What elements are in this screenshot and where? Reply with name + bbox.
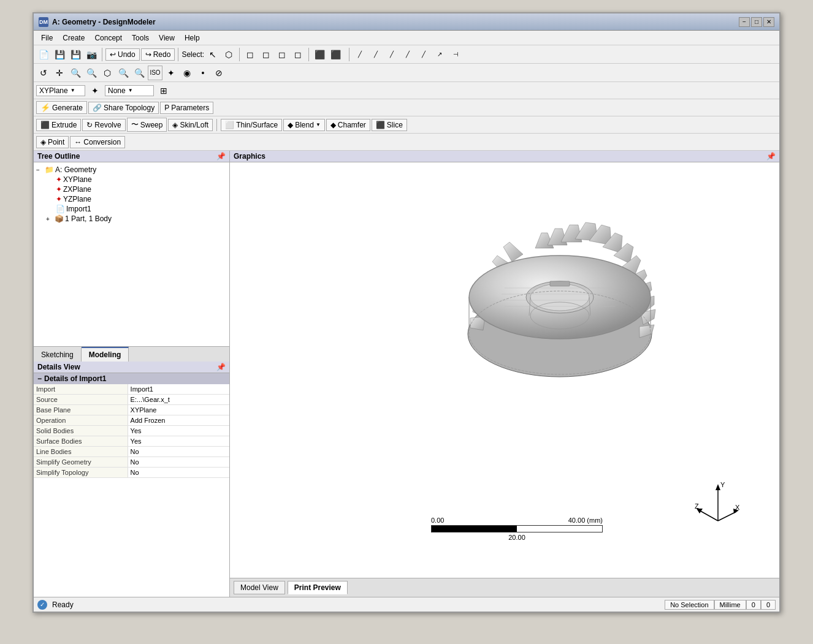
plane-dropdown[interactable]: XYPlane ▼: [36, 85, 85, 96]
detail-label-source: Source: [34, 395, 128, 405]
sweep-button[interactable]: 〜 Sweep: [127, 118, 167, 132]
conversion-button[interactable]: ↔ Conversion: [70, 136, 125, 148]
zoom-fit-button[interactable]: 🔍: [132, 66, 147, 80]
iso-view-button[interactable]: ISO: [148, 66, 162, 80]
expand-geometry-icon[interactable]: −: [36, 167, 44, 173]
look-at-button[interactable]: ✦: [164, 66, 178, 80]
chamfer-button[interactable]: ◆ Chamfer: [326, 119, 370, 131]
skinloft-button[interactable]: ◈ Skin/Loft: [168, 119, 213, 131]
display-mode[interactable]: ⬛: [312, 47, 327, 62]
status-bar: ✓ Ready No Selection Millime 0 0: [34, 597, 779, 612]
tab-modeling[interactable]: Modeling: [82, 347, 129, 362]
gear-3d-view: [413, 175, 719, 471]
zoom-box-button[interactable]: ⬡: [100, 66, 115, 80]
redo-button[interactable]: ↪ Redo: [141, 48, 175, 61]
generate-button[interactable]: ⚡ Generate: [36, 101, 87, 114]
new-plane-button[interactable]: ✦: [88, 83, 102, 98]
edge-mode-6[interactable]: ↗: [432, 47, 447, 62]
thin-surface-icon: ⬜: [225, 121, 234, 129]
tree-item-xyplane[interactable]: ✦ XYPlane: [36, 175, 227, 184]
edge-mode-4[interactable]: ╱: [400, 47, 415, 62]
new-sketch-button[interactable]: ⊞: [156, 83, 171, 98]
refresh-button[interactable]: ↺: [36, 66, 51, 80]
details-section-title: − Details of Import1: [34, 373, 229, 384]
close-button[interactable]: ✕: [763, 17, 774, 27]
extrude-icon: ⬛: [40, 121, 50, 129]
select-filter-1[interactable]: ◻: [243, 47, 258, 62]
menu-view[interactable]: View: [154, 32, 180, 44]
tree-item-1part[interactable]: + 📦 1 Part, 1 Body: [36, 214, 227, 224]
tree-item-geometry[interactable]: − 📁 A: Geometry: [36, 165, 227, 175]
edge-mode-1[interactable]: ╱: [353, 47, 367, 62]
cursor-button[interactable]: •: [196, 66, 210, 80]
thin-surface-button[interactable]: ⬜ Thin/Surface: [221, 119, 282, 131]
slice-button[interactable]: ⬛ Slice: [372, 119, 407, 131]
zoom-all-button[interactable]: 🔍: [116, 66, 131, 80]
coord-x-status: 0: [746, 600, 761, 610]
zoom-in-button[interactable]: 🔍: [68, 66, 83, 80]
details-pin-icon[interactable]: 📌: [216, 363, 226, 371]
menu-file[interactable]: File: [36, 32, 58, 44]
sketch-btn[interactable]: ⊘: [212, 66, 226, 80]
parameters-button[interactable]: P Parameters: [160, 102, 213, 114]
share-topology-button[interactable]: 🔗 Share Topology: [88, 102, 159, 114]
camera-button[interactable]: 📷: [84, 47, 99, 62]
detail-row-simplify-topo: Simplify Topology No: [34, 468, 229, 478]
scale-bar-graphic: [431, 525, 603, 532]
point-button[interactable]: ◈ Point: [36, 136, 69, 148]
graphics-header: Graphics 📌: [230, 151, 779, 162]
graphics-pin-icon[interactable]: 📌: [766, 152, 776, 161]
scale-right-label: 40.00 (mm): [568, 517, 603, 524]
select-filter-4[interactable]: ◻: [291, 47, 305, 62]
pan-button[interactable]: ✛: [52, 66, 67, 80]
tree-1part-label: 1 Part, 1 Body: [65, 214, 112, 223]
revolve-button[interactable]: ↻ Revolve: [82, 119, 125, 131]
tree-item-yzplane[interactable]: ✦ YZPlane: [36, 194, 227, 204]
edge-mode-5[interactable]: ╱: [416, 47, 431, 62]
svg-marker-14: [503, 242, 523, 262]
edge-mode-3[interactable]: ╱: [384, 47, 399, 62]
select-filter-3[interactable]: ◻: [275, 47, 289, 62]
save-button[interactable]: 💾: [52, 47, 67, 62]
tree-import1-label: Import1: [66, 205, 91, 213]
tab-sketching[interactable]: Sketching: [34, 347, 82, 362]
zoom-in-2-button[interactable]: 🔍: [84, 66, 99, 80]
none-dropdown[interactable]: None ▼: [105, 85, 154, 96]
select-mode-2[interactable]: ⬡: [221, 47, 236, 62]
minimize-button[interactable]: −: [739, 17, 750, 27]
none-value: None: [108, 86, 126, 95]
save-as-button[interactable]: 💾: [68, 47, 83, 62]
edge-mode-2[interactable]: ╱: [368, 47, 383, 62]
menu-tools[interactable]: Tools: [127, 32, 154, 44]
edge-mode-7[interactable]: ⊣: [448, 47, 463, 62]
detail-label-import: Import: [34, 384, 128, 395]
svg-text:Z: Z: [695, 502, 699, 510]
expand-1part-icon[interactable]: +: [46, 216, 53, 222]
toolbar-row-2: ↺ ✛ 🔍 🔍 ⬡ 🔍 🔍 ISO ✦ ◉ • ⊘: [34, 64, 779, 82]
model-view-tab[interactable]: Model View: [234, 581, 285, 594]
tree-pin-icon[interactable]: 📌: [216, 152, 226, 161]
action-toolbar: ⚡ Generate 🔗 Share Topology P Parameters: [34, 99, 779, 116]
maximize-button[interactable]: □: [751, 17, 762, 27]
extrude-button[interactable]: ⬛ Extrude: [36, 119, 81, 131]
axes-svg: Y Z X: [693, 478, 742, 527]
tree-item-import1[interactable]: 📄 Import1: [36, 204, 227, 214]
details-collapse-icon[interactable]: −: [37, 374, 42, 383]
tree-item-zxplane[interactable]: ✦ ZXPlane: [36, 184, 227, 194]
svg-text:X: X: [735, 504, 740, 511]
detail-label-line: Line Bodies: [34, 447, 128, 457]
select-mode-1[interactable]: ↖: [205, 47, 220, 62]
print-preview-tab[interactable]: Print Preview: [288, 581, 348, 594]
display-mode-2[interactable]: ⬛: [328, 47, 343, 62]
1part-icon: 📦: [55, 214, 64, 223]
select-filter-2[interactable]: ◻: [259, 47, 273, 62]
feature-toolbar-1: ⬛ Extrude ↻ Revolve 〜 Sweep ◈ Skin/Loft …: [34, 116, 779, 134]
undo-button[interactable]: ↩ Undo: [105, 48, 140, 61]
menu-help[interactable]: Help: [180, 32, 205, 44]
new-button[interactable]: 📄: [36, 47, 51, 62]
blend-button[interactable]: ◆ Blend ▼: [283, 119, 325, 131]
prev-view-button[interactable]: ◉: [180, 66, 194, 80]
graphics-area[interactable]: 0.00 40.00 (mm) 20.00 Y: [230, 162, 779, 578]
menu-concept[interactable]: Concept: [90, 32, 127, 44]
menu-create[interactable]: Create: [58, 32, 90, 44]
